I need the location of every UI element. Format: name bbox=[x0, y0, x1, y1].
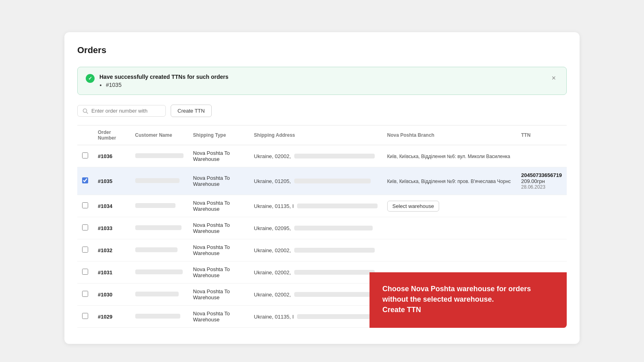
order-number: #1031 bbox=[98, 269, 112, 276]
shipping-address: Ukraine, 01135, І bbox=[254, 314, 294, 320]
shipping-type: Nova Poshta To Warehouse bbox=[188, 195, 249, 217]
success-icon bbox=[86, 74, 95, 83]
shipping-address: Ukraine, 02002, bbox=[254, 247, 291, 253]
address-placeholder bbox=[294, 226, 373, 230]
ttn-number: 20450733656719 bbox=[521, 172, 562, 178]
shipping-type: Nova Poshta To Warehouse bbox=[188, 261, 249, 284]
row-checkbox[interactable] bbox=[82, 224, 88, 230]
success-order-item: #1035 bbox=[106, 82, 229, 88]
table-row: #1035Nova Poshta To WarehouseUkraine, 01… bbox=[77, 167, 567, 195]
row-checkbox[interactable] bbox=[82, 291, 88, 297]
row-checkbox[interactable] bbox=[82, 247, 88, 253]
address-placeholder bbox=[297, 314, 378, 319]
success-text-block: Have successfully created TTNs for such … bbox=[99, 74, 229, 88]
order-number: #1030 bbox=[98, 292, 112, 298]
customer-name-placeholder bbox=[135, 153, 184, 158]
shipping-address: Ukraine, 02002, bbox=[254, 292, 291, 298]
shipping-address: Ukraine, 02095, bbox=[254, 225, 291, 231]
col-customer-name: Customer Name bbox=[130, 125, 188, 145]
orders-table-wrap: Order Number Customer Name Shipping Type… bbox=[77, 125, 567, 328]
col-nova-poshta-branch: Nova Poshta Branch bbox=[382, 125, 516, 145]
customer-name-placeholder bbox=[135, 203, 175, 208]
shipping-address: Ukraine, 02002, bbox=[254, 269, 291, 276]
page-container: Orders Have successfully created TTNs fo… bbox=[64, 32, 580, 344]
ttn-cell: 20450733656719209.00грн28.06.2023 bbox=[521, 172, 562, 190]
ttn-date: 28.06.2023 bbox=[521, 184, 562, 190]
shipping-address: Ukraine, 02002, bbox=[254, 153, 291, 159]
page-title: Orders bbox=[77, 45, 567, 56]
order-number: #1035 bbox=[98, 178, 112, 184]
shipping-type: Nova Poshta To Warehouse bbox=[188, 239, 249, 261]
col-ttn: TTN bbox=[516, 125, 567, 145]
success-banner: Have successfully created TTNs for such … bbox=[77, 67, 567, 95]
order-number: #1036 bbox=[98, 153, 112, 159]
shipping-address: Ukraine, 01205, bbox=[254, 178, 291, 184]
search-input[interactable] bbox=[91, 108, 161, 114]
shipping-type: Nova Poshta To Warehouse bbox=[188, 217, 249, 239]
order-number: #1032 bbox=[98, 247, 112, 253]
table-row: #1034Nova Poshta To WarehouseUkraine, 01… bbox=[77, 195, 567, 217]
ttn-price: 209.00грн bbox=[521, 178, 562, 184]
address-placeholder bbox=[294, 248, 375, 253]
shipping-type: Nova Poshta To Warehouse bbox=[188, 306, 249, 328]
table-row: #1032Nova Poshta To WarehouseUkraine, 02… bbox=[77, 239, 567, 261]
col-checkbox bbox=[77, 125, 93, 145]
row-checkbox[interactable] bbox=[82, 202, 88, 208]
success-main-text: Have successfully created TTNs for such … bbox=[99, 74, 229, 80]
table-row: #1036Nova Poshta To WarehouseUkraine, 02… bbox=[77, 145, 567, 167]
search-icon bbox=[83, 108, 88, 114]
customer-name-placeholder bbox=[135, 314, 180, 319]
row-checkbox[interactable] bbox=[82, 177, 88, 183]
shipping-type: Nova Poshta To Warehouse bbox=[188, 145, 249, 167]
row-checkbox[interactable] bbox=[82, 152, 88, 158]
close-banner-button[interactable]: × bbox=[549, 74, 558, 82]
shipping-address: Ukraine, 01135, І bbox=[254, 203, 294, 209]
customer-name-placeholder bbox=[135, 225, 182, 230]
row-checkbox[interactable] bbox=[82, 313, 88, 319]
success-order-list: #1035 bbox=[99, 82, 229, 88]
customer-name-placeholder bbox=[135, 269, 183, 274]
address-placeholder bbox=[294, 292, 375, 297]
nova-poshta-branch: Київ, Київська, Відділення №6: вул. Мико… bbox=[387, 154, 510, 159]
nova-poshta-branch: Київ, Київська, Відділення №9: пров. В'я… bbox=[387, 179, 511, 184]
row-checkbox[interactable] bbox=[82, 269, 88, 275]
callout-tooltip: Choose Nova Poshta warehouse for ordersw… bbox=[369, 272, 567, 328]
col-shipping-address: Shipping Address bbox=[249, 125, 382, 145]
customer-name-placeholder bbox=[135, 178, 180, 183]
toolbar: Create TTN bbox=[77, 105, 567, 117]
svg-line-1 bbox=[87, 112, 88, 113]
create-ttn-button[interactable]: Create TTN bbox=[171, 105, 212, 117]
callout-text: Choose Nova Poshta warehouse for ordersw… bbox=[382, 284, 554, 315]
table-row: #1033Nova Poshta To WarehouseUkraine, 02… bbox=[77, 217, 567, 239]
col-shipping-type: Shipping Type bbox=[188, 125, 249, 145]
address-placeholder bbox=[294, 154, 375, 158]
order-number: #1033 bbox=[98, 225, 112, 231]
shipping-type: Nova Poshta To Warehouse bbox=[188, 167, 249, 195]
shipping-type: Nova Poshta To Warehouse bbox=[188, 284, 249, 306]
address-placeholder bbox=[294, 179, 371, 183]
col-order-number: Order Number bbox=[93, 125, 130, 145]
search-input-wrap bbox=[77, 105, 166, 117]
select-warehouse-button[interactable]: Select warehouse bbox=[387, 201, 439, 212]
address-placeholder bbox=[297, 204, 378, 208]
order-number: #1034 bbox=[98, 203, 112, 209]
customer-name-placeholder bbox=[135, 292, 179, 296]
address-placeholder bbox=[294, 270, 375, 275]
table-header-row: Order Number Customer Name Shipping Type… bbox=[77, 125, 567, 145]
order-number: #1029 bbox=[98, 314, 112, 320]
success-banner-content: Have successfully created TTNs for such … bbox=[86, 74, 229, 88]
customer-name-placeholder bbox=[135, 247, 178, 252]
